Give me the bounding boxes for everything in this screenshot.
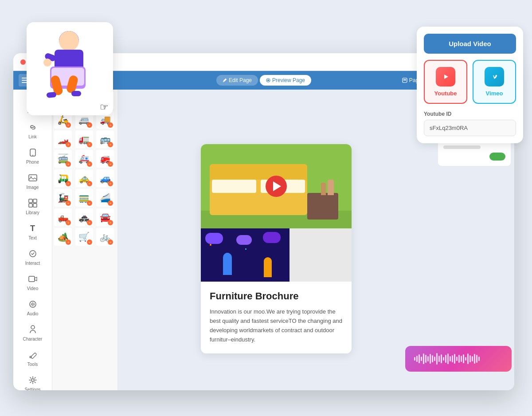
wave-bar [425,355,426,363]
sidebar-item-character[interactable]: Character [17,321,49,344]
audio-waveform-panel[interactable] [405,346,512,372]
upload-video-button[interactable]: Upload Video [424,34,516,54]
cloud-1 [205,233,223,244]
toggle-2[interactable] [489,153,505,161]
svg-rect-23 [29,199,32,203]
phone-icon [27,146,39,159]
light-thumb [289,228,352,282]
wave-bar [441,354,442,363]
waveform-display [414,353,503,365]
person-illustration [41,31,99,106]
asset-item[interactable]: 🛻+ [54,208,72,226]
youtube-id-input[interactable] [424,120,516,136]
sidebar-item-text[interactable]: T Text [17,220,49,243]
svg-point-30 [31,326,35,329]
wave-bar [421,357,422,361]
asset-item[interactable]: 🛒+ [75,228,93,246]
asset-item[interactable]: 🚲+ [96,228,114,246]
play-button[interactable] [266,176,287,197]
asset-item[interactable]: 🛺+ [54,169,72,187]
asset-item[interactable]: 🏎️+ [54,130,72,148]
wave-bar [452,355,453,362]
svg-rect-28 [29,276,35,282]
asset-item[interactable]: 🚓+ [75,208,93,226]
wave-bar [467,353,469,364]
wave-bar [436,353,438,365]
wave-bar [443,357,444,361]
asset-item[interactable]: 🚕+ [75,169,93,187]
card-title: Furniture Brochure [210,290,343,302]
svg-rect-8 [403,79,406,81]
sidebar-item-link[interactable]: Link [17,118,49,142]
card-description: Innovation is our moo.We are trying topr… [210,307,343,344]
cloud-2 [236,235,252,245]
upload-video-panel: Upload Video Youtube Vimeo Youtube ID [417,27,523,143]
link-icon [27,121,39,133]
asset-item[interactable]: 🚂+ [54,189,72,207]
toolbar-center: Edit Page Preview Page [216,75,311,86]
close-button[interactable] [20,59,26,65]
sidebar-item-audio[interactable]: Audio [17,295,49,319]
asset-item[interactable]: 🚛+ [75,130,93,148]
wave-bar [434,357,435,361]
wave-bar [432,355,433,362]
text-icon: T [27,222,39,235]
card-content: Furniture Brochure Innovation is our moo… [201,282,352,353]
wave-bar [461,356,462,362]
play-triangle-icon [273,181,281,191]
person-hand [43,59,51,67]
asset-item[interactable]: 🚎+ [54,150,72,168]
svg-point-6 [267,79,269,81]
sidebar-item-interact[interactable]: Interact [17,245,49,268]
svg-point-32 [31,379,34,381]
audio-icon [27,298,39,310]
wave-bar [414,357,415,361]
sidebar-item-tools[interactable]: Tools [17,346,49,369]
sidebar-item-video[interactable]: Video [17,270,49,294]
preview-page-tab[interactable]: Preview Page [260,75,311,86]
tools-icon [27,349,39,361]
svg-marker-33 [444,75,448,79]
wave-bar [465,357,466,361]
asset-item[interactable]: 🚄+ [96,189,114,207]
vimeo-label: Vimeo [486,90,503,97]
wave-bar [416,356,418,362]
wave-bar [423,353,424,364]
interact-icon [27,247,39,260]
asset-item[interactable]: 🚒+ [96,150,114,168]
canvas-area: Furniture Brochure Innovation is our moo… [118,90,434,390]
wave-bar [430,354,431,364]
sidebar-item-image[interactable]: Image [17,169,49,192]
wave-bar [472,356,473,361]
wave-bar [454,354,455,364]
image-icon [27,172,39,184]
settings-icon [27,374,39,386]
library-icon [27,197,39,209]
youtube-source-card[interactable]: Youtube [424,60,467,104]
sidebar-item-settings[interactable]: Settings [17,371,49,390]
page-card: Furniture Brochure Innovation is our moo… [201,144,352,353]
asset-panel: 🏍️+ 🚜+ 🚗+ 🛵+ 🚐+ 🚚+ 🏎️+ 🚛+ 🚌+ 🚎+ 🚑+ 🚒+ 🛺+… [52,90,118,390]
asset-item[interactable]: 🚑+ [75,150,93,168]
asset-item[interactable]: 🚙+ [96,169,114,187]
youtube-icon [436,67,455,86]
cursor-icon: ☞ [100,102,109,113]
asset-item[interactable]: 🏕️+ [54,228,72,246]
sofa-cushion-1 [212,180,256,193]
vimeo-source-card[interactable]: Vimeo [473,60,516,104]
youtube-label: Youtube [434,90,457,97]
asset-item[interactable]: 🚌+ [96,130,114,148]
edit-page-tab[interactable]: Edit Page [216,75,258,86]
wave-bar [447,353,449,364]
asset-item[interactable]: 🚃+ [75,189,93,207]
asset-item[interactable]: 🚘+ [96,208,114,226]
sidebar-item-phone[interactable]: Phone [17,144,49,167]
sidebar-item-library[interactable]: Library [17,194,49,218]
wave-bar [445,355,446,363]
video-thumbnail-2 [201,228,352,282]
wave-bar [463,354,464,363]
video-thumbnail-1[interactable] [201,144,352,228]
svg-rect-26 [33,204,37,207]
dark-thumb [201,228,289,282]
wave-bar [476,355,477,363]
